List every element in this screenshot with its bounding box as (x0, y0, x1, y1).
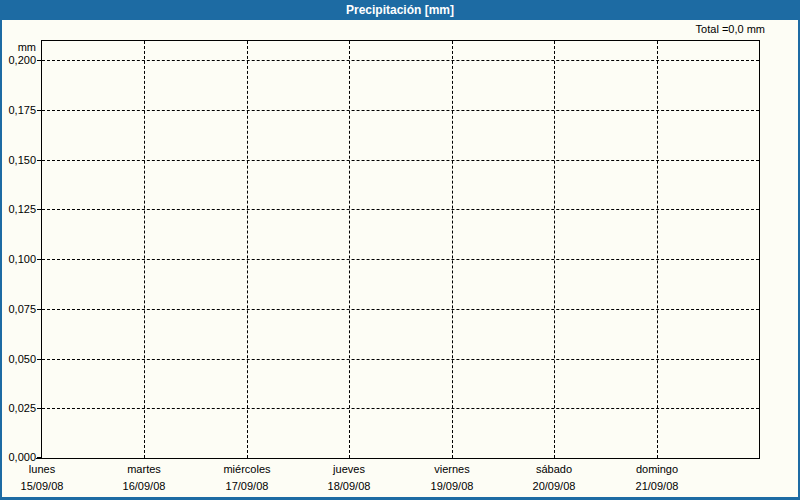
h-gridline (42, 209, 759, 210)
y-tick-label: 0,050 (8, 353, 36, 366)
y-axis-tick (37, 408, 41, 409)
h-gridline (42, 110, 759, 111)
plot-area: 0,2000,1750,1500,1250,1000,0750,0500,025… (41, 40, 760, 459)
x-date-label: 17/09/08 (195, 480, 299, 493)
h-gridline (42, 359, 759, 360)
v-gridline (144, 41, 145, 458)
chart-canvas: Total =0,0 mm mm 0,2000,1750,1500,1250,1… (2, 20, 798, 497)
y-axis-tick (37, 160, 41, 161)
y-tick-label: 0,150 (8, 154, 36, 167)
window-frame: Precipitación [mm] Total =0,0 mm mm 0,20… (0, 0, 800, 500)
y-tick-label: 0,025 (8, 402, 36, 415)
y-axis-tick (37, 209, 41, 210)
v-gridline (247, 41, 248, 458)
chart-title-bar: Precipitación [mm] (0, 0, 800, 20)
y-axis-tick (37, 359, 41, 360)
x-day-label: viernes (400, 463, 504, 476)
v-gridline (452, 41, 453, 458)
y-axis-tick (37, 110, 41, 111)
x-day-label: domingo (605, 463, 709, 476)
h-gridline (42, 408, 759, 409)
y-axis-tick (37, 309, 41, 310)
v-gridline (349, 41, 350, 458)
x-day-label: miércoles (195, 463, 299, 476)
x-date-label: 18/09/08 (297, 480, 401, 493)
h-gridline (42, 259, 759, 260)
y-axis-unit-label: mm (2, 41, 36, 53)
x-day-label: sábado (502, 463, 606, 476)
x-date-label: 20/09/08 (502, 480, 606, 493)
x-day-label: jueves (297, 463, 401, 476)
x-date-label: 16/09/08 (92, 480, 196, 493)
x-axis-overhang-tick (36, 458, 42, 459)
v-gridline (554, 41, 555, 458)
y-tick-label: 0,100 (8, 253, 36, 266)
x-date-label: 19/09/08 (400, 480, 504, 493)
x-day-label: lunes (0, 463, 94, 476)
y-tick-label: 0,200 (8, 54, 36, 67)
y-tick-label: 0,075 (8, 303, 36, 316)
h-gridline (42, 60, 759, 61)
y-tick-label: 0,125 (8, 203, 36, 216)
y-axis-tick (37, 259, 41, 260)
total-precipitation-label: Total =0,0 mm (696, 23, 765, 35)
x-date-label: 21/09/08 (605, 480, 709, 493)
y-tick-label: 0,175 (8, 104, 36, 117)
y-axis-tick (37, 60, 41, 61)
h-gridline (42, 160, 759, 161)
v-gridline (657, 41, 658, 458)
h-gridline (42, 309, 759, 310)
x-date-label: 15/09/08 (0, 480, 94, 493)
y-axis-tick (37, 457, 41, 458)
x-day-label: martes (92, 463, 196, 476)
